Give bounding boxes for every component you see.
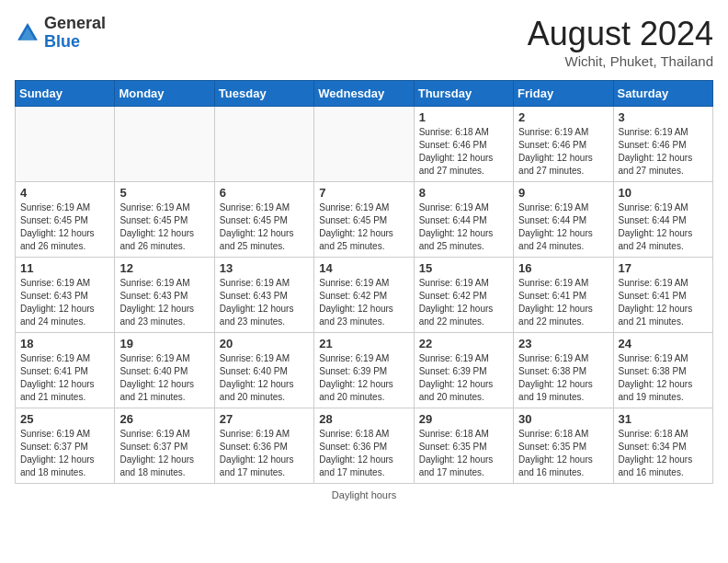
day-number: 9 [518, 186, 608, 200]
day-info: Sunrise: 6:19 AM Sunset: 6:44 PM Dayligh… [518, 201, 608, 253]
logo-text: General Blue [44, 15, 106, 52]
calendar-cell: 4Sunrise: 6:19 AM Sunset: 6:45 PM Daylig… [16, 182, 115, 258]
day-info: Sunrise: 6:18 AM Sunset: 6:36 PM Dayligh… [319, 428, 408, 479]
day-number: 28 [319, 412, 408, 426]
calendar-cell: 14Sunrise: 6:19 AM Sunset: 6:42 PM Dayli… [314, 258, 414, 333]
calendar-cell: 30Sunrise: 6:18 AM Sunset: 6:35 PM Dayli… [514, 408, 613, 484]
day-number: 6 [220, 186, 309, 200]
day-info: Sunrise: 6:18 AM Sunset: 6:35 PM Dayligh… [518, 428, 608, 479]
day-number: 4 [20, 186, 109, 200]
day-number: 2 [518, 110, 608, 124]
day-info: Sunrise: 6:19 AM Sunset: 6:41 PM Dayligh… [518, 277, 608, 328]
calendar-cell: 13Sunrise: 6:19 AM Sunset: 6:43 PM Dayli… [214, 258, 313, 333]
calendar-cell: 25Sunrise: 6:19 AM Sunset: 6:37 PM Dayli… [16, 408, 115, 484]
calendar-cell: 27Sunrise: 6:19 AM Sunset: 6:36 PM Dayli… [214, 408, 313, 484]
day-number: 23 [518, 337, 608, 350]
calendar-cell: 22Sunrise: 6:19 AM Sunset: 6:39 PM Dayli… [414, 333, 513, 408]
calendar-day-header: Tuesday [214, 81, 313, 107]
calendar-day-header: Thursday [414, 81, 513, 107]
calendar-cell: 7Sunrise: 6:19 AM Sunset: 6:45 PM Daylig… [314, 182, 414, 258]
day-number: 19 [119, 337, 209, 350]
day-info: Sunrise: 6:19 AM Sunset: 6:37 PM Dayligh… [119, 428, 209, 479]
day-info: Sunrise: 6:19 AM Sunset: 6:42 PM Dayligh… [319, 277, 408, 328]
day-info: Sunrise: 6:19 AM Sunset: 6:44 PM Dayligh… [419, 201, 508, 253]
calendar-cell [115, 107, 214, 182]
day-number: 3 [619, 110, 708, 124]
calendar-week-row: 4Sunrise: 6:19 AM Sunset: 6:45 PM Daylig… [16, 182, 713, 258]
day-number: 31 [619, 412, 708, 426]
calendar-cell [16, 107, 115, 182]
day-number: 20 [220, 337, 309, 350]
month-year: August 2024 [528, 15, 713, 53]
day-info: Sunrise: 6:19 AM Sunset: 6:43 PM Dayligh… [20, 277, 109, 328]
day-info: Sunrise: 6:19 AM Sunset: 6:41 PM Dayligh… [20, 352, 109, 404]
logo-general: General [44, 14, 106, 32]
calendar-cell: 28Sunrise: 6:18 AM Sunset: 6:36 PM Dayli… [314, 408, 414, 484]
calendar-day-header: Saturday [613, 81, 712, 107]
day-number: 18 [20, 337, 109, 350]
calendar-cell: 12Sunrise: 6:19 AM Sunset: 6:43 PM Dayli… [115, 258, 214, 333]
day-info: Sunrise: 6:19 AM Sunset: 6:45 PM Dayligh… [119, 201, 209, 253]
day-number: 11 [20, 261, 109, 275]
calendar-cell: 16Sunrise: 6:19 AM Sunset: 6:41 PM Dayli… [514, 258, 613, 333]
calendar-week-row: 11Sunrise: 6:19 AM Sunset: 6:43 PM Dayli… [16, 258, 713, 333]
day-number: 1 [419, 110, 508, 124]
calendar-cell: 18Sunrise: 6:19 AM Sunset: 6:41 PM Dayli… [16, 333, 115, 408]
calendar-cell: 21Sunrise: 6:19 AM Sunset: 6:39 PM Dayli… [314, 333, 414, 408]
day-info: Sunrise: 6:19 AM Sunset: 6:46 PM Dayligh… [518, 126, 608, 178]
calendar: SundayMondayTuesdayWednesdayThursdayFrid… [15, 80, 713, 484]
calendar-day-header: Monday [115, 81, 214, 107]
calendar-week-row: 18Sunrise: 6:19 AM Sunset: 6:41 PM Dayli… [16, 333, 713, 408]
day-number: 7 [319, 186, 408, 200]
calendar-cell: 2Sunrise: 6:19 AM Sunset: 6:46 PM Daylig… [514, 107, 613, 182]
calendar-cell: 8Sunrise: 6:19 AM Sunset: 6:44 PM Daylig… [414, 182, 513, 258]
day-info: Sunrise: 6:19 AM Sunset: 6:45 PM Dayligh… [319, 201, 408, 253]
location: Wichit, Phuket, Thailand [528, 53, 713, 69]
page-header: General Blue August 2024 Wichit, Phuket,… [15, 15, 713, 69]
day-number: 14 [319, 261, 408, 275]
calendar-cell: 19Sunrise: 6:19 AM Sunset: 6:40 PM Dayli… [115, 333, 214, 408]
calendar-week-row: 25Sunrise: 6:19 AM Sunset: 6:37 PM Dayli… [16, 408, 713, 484]
calendar-cell: 31Sunrise: 6:18 AM Sunset: 6:34 PM Dayli… [613, 408, 712, 484]
day-info: Sunrise: 6:19 AM Sunset: 6:37 PM Dayligh… [20, 428, 109, 479]
calendar-day-header: Sunday [16, 81, 115, 107]
calendar-cell [214, 107, 313, 182]
calendar-cell: 23Sunrise: 6:19 AM Sunset: 6:38 PM Dayli… [514, 333, 613, 408]
calendar-week-row: 1Sunrise: 6:18 AM Sunset: 6:46 PM Daylig… [16, 107, 713, 182]
day-info: Sunrise: 6:19 AM Sunset: 6:45 PM Dayligh… [20, 201, 109, 253]
day-info: Sunrise: 6:19 AM Sunset: 6:40 PM Dayligh… [220, 352, 309, 404]
day-number: 24 [619, 337, 708, 350]
day-number: 10 [619, 186, 708, 200]
calendar-cell: 29Sunrise: 6:18 AM Sunset: 6:35 PM Dayli… [414, 408, 513, 484]
day-number: 5 [119, 186, 209, 200]
day-info: Sunrise: 6:19 AM Sunset: 6:39 PM Dayligh… [419, 352, 508, 404]
day-number: 30 [518, 412, 608, 426]
calendar-cell: 11Sunrise: 6:19 AM Sunset: 6:43 PM Dayli… [16, 258, 115, 333]
calendar-day-header: Friday [514, 81, 613, 107]
calendar-cell: 24Sunrise: 6:19 AM Sunset: 6:38 PM Dayli… [613, 333, 712, 408]
calendar-header-row: SundayMondayTuesdayWednesdayThursdayFrid… [16, 81, 713, 107]
day-number: 17 [619, 261, 708, 275]
logo-blue: Blue [44, 32, 80, 51]
footer-note: Daylight hours [15, 489, 713, 500]
calendar-cell: 9Sunrise: 6:19 AM Sunset: 6:44 PM Daylig… [514, 182, 613, 258]
day-number: 26 [119, 412, 209, 426]
calendar-cell: 10Sunrise: 6:19 AM Sunset: 6:44 PM Dayli… [613, 182, 712, 258]
day-number: 25 [20, 412, 109, 426]
day-number: 8 [419, 186, 508, 200]
day-info: Sunrise: 6:19 AM Sunset: 6:41 PM Dayligh… [619, 277, 708, 328]
day-number: 21 [319, 337, 408, 350]
calendar-cell: 5Sunrise: 6:19 AM Sunset: 6:45 PM Daylig… [115, 182, 214, 258]
day-info: Sunrise: 6:19 AM Sunset: 6:39 PM Dayligh… [319, 352, 408, 404]
day-info: Sunrise: 6:19 AM Sunset: 6:42 PM Dayligh… [419, 277, 508, 328]
day-number: 15 [419, 261, 508, 275]
calendar-cell: 17Sunrise: 6:19 AM Sunset: 6:41 PM Dayli… [613, 258, 712, 333]
calendar-cell: 1Sunrise: 6:18 AM Sunset: 6:46 PM Daylig… [414, 107, 513, 182]
day-number: 29 [419, 412, 508, 426]
footer-text: Daylight hours [332, 489, 396, 500]
calendar-cell: 6Sunrise: 6:19 AM Sunset: 6:45 PM Daylig… [214, 182, 313, 258]
logo: General Blue [15, 15, 106, 52]
calendar-cell: 20Sunrise: 6:19 AM Sunset: 6:40 PM Dayli… [214, 333, 313, 408]
day-info: Sunrise: 6:19 AM Sunset: 6:44 PM Dayligh… [619, 201, 708, 253]
day-info: Sunrise: 6:19 AM Sunset: 6:46 PM Dayligh… [619, 126, 708, 178]
